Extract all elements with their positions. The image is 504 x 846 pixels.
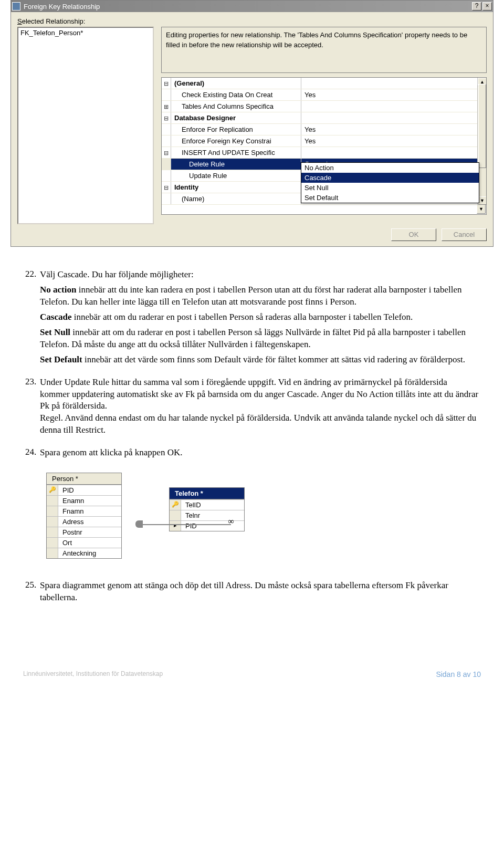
category-db-designer[interactable]: ⊟Database Designer	[162, 112, 477, 124]
step-25-text: Spara diagrammet genom att stänga och dö…	[40, 580, 479, 604]
option-set-default[interactable]: Set Default	[301, 193, 479, 203]
help-button[interactable]: ?	[472, 2, 481, 11]
dialog-sysicon	[12, 2, 20, 11]
relationship-line-icon	[140, 524, 231, 525]
delete-rule-dropdown[interactable]: No Action Cascade Set Null Set Default	[301, 162, 479, 203]
step-22-intro: Välj Cascade. Du har följande möjlighete…	[40, 269, 479, 281]
prop-insert-update[interactable]: ⊟INSERT And UPDATE Specific	[162, 147, 477, 159]
step-24-text: Spara genom att klicka på knappen OK.	[40, 447, 182, 459]
paragraph-cascade: Cascade innebär att om du raderar en pos…	[40, 311, 479, 323]
paragraph-no-action: No action innebär att du inte kan radera…	[40, 284, 479, 308]
step-23-number: 23.	[25, 377, 40, 440]
description-box: Editing properties for new relationship.…	[161, 27, 487, 73]
step-22-number: 22.	[25, 269, 40, 369]
relationship-listbox[interactable]: FK_Telefon_Person*	[17, 27, 154, 224]
foreign-key-dialog: Foreign Key Relationship ? × SSelected R…	[10, 0, 494, 247]
prop-enforce-replication[interactable]: Enforce For ReplicationYes	[162, 124, 477, 135]
step-24-number: 24.	[25, 447, 40, 462]
step-23-text: Under Update Rule hittar du samma val so…	[40, 377, 479, 437]
title-bar[interactable]: Foreign Key Relationship ? ×	[11, 1, 493, 12]
footer-left: Linnéuniversitetet, Institutionen för Da…	[23, 670, 163, 678]
table-telefon-title[interactable]: Telefon *	[170, 488, 244, 499]
cancel-button[interactable]: Cancel	[442, 228, 487, 241]
row-selector-icon	[170, 521, 181, 531]
table-person[interactable]: Person * 🔑PID Enamn Fnamn Adress Postnr …	[46, 473, 122, 559]
table-row[interactable]: Anteckning	[47, 548, 121, 558]
prop-enforce-fk[interactable]: Enforce Foreign Key ConstraiYes	[162, 135, 477, 147]
close-button[interactable]: ×	[482, 2, 492, 11]
ok-button[interactable]: OK	[391, 228, 436, 241]
table-row[interactable]: Postnr	[47, 527, 121, 537]
scroll-thumb[interactable]	[478, 84, 486, 168]
page-footer: Linnéuniversitetet, Institutionen för Da…	[10, 670, 494, 684]
paragraph-set-null: Set Null innebär att om du raderar en po…	[40, 327, 479, 351]
prop-tables-columns[interactable]: ⊞Tables And Columns Specifica	[162, 101, 477, 112]
footer-page-number: Sidan 8 av 10	[436, 670, 481, 678]
dropdown-arrow-icon[interactable]: ▼	[477, 204, 486, 214]
table-row[interactable]: 🔑TelID	[170, 499, 244, 510]
option-set-null[interactable]: Set Null	[301, 183, 479, 193]
table-row[interactable]: Enamn	[47, 495, 121, 506]
table-person-title[interactable]: Person *	[47, 473, 121, 485]
selected-relationship-label: SSelected Relationship:elected Relations…	[17, 17, 487, 25]
table-row[interactable]: 🔑PID	[47, 485, 121, 495]
relationship-diagram: Person * 🔑PID Enamn Fnamn Adress Postnr …	[25, 462, 479, 559]
option-no-action[interactable]: No Action	[301, 163, 479, 173]
prop-check-existing[interactable]: Check Existing Data On CreatYes	[162, 89, 477, 101]
key-icon: 🔑	[47, 485, 58, 495]
dialog-title: Foreign Key Relationship	[24, 3, 471, 11]
paragraph-set-default: Set Default innebär att det värde som fi…	[40, 354, 479, 366]
step-25-number: 25.	[25, 580, 40, 607]
key-icon: 🔑	[170, 500, 181, 510]
option-cascade[interactable]: Cascade	[301, 173, 479, 183]
table-row[interactable]: Fnamn	[47, 506, 121, 516]
category-general[interactable]: ⊟(General)	[162, 78, 477, 89]
relationship-item[interactable]: FK_Telefon_Person*	[20, 29, 83, 37]
table-row[interactable]: Adress	[47, 516, 121, 527]
table-row[interactable]: Ort	[47, 537, 121, 548]
